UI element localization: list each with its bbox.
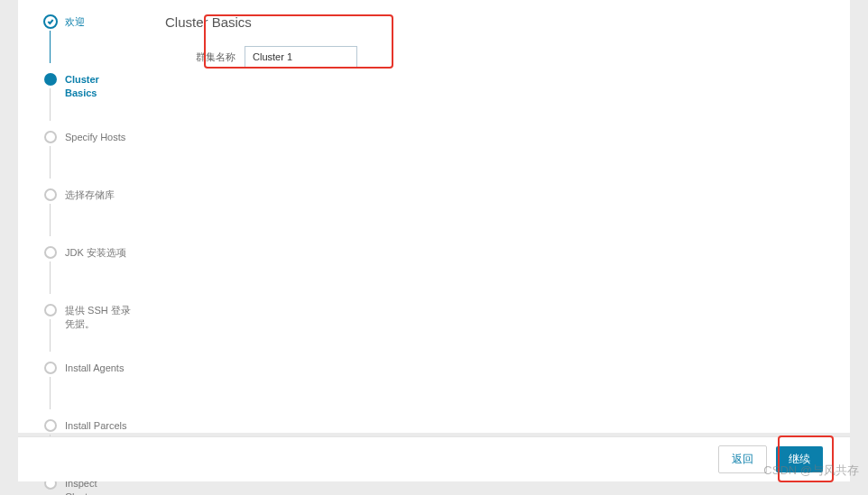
pending-step-icon [43,130,58,144]
pending-step-icon [43,361,58,375]
step-label: Specify Hosts [65,130,125,144]
wizard-sidebar: 欢迎 Cluster Basics Specify Hosts 选择存储库 [18,0,140,433]
check-icon [43,14,58,29]
step-label: Install Agents [65,361,124,375]
step-install-agents[interactable]: Install Agents [18,357,140,397]
pending-step-icon [43,245,58,260]
cluster-name-label: 群集名称 [165,50,235,64]
step-connector [50,146,51,179]
step-label: Cluster Basics [65,72,131,101]
step-connector [50,261,51,294]
active-step-icon [43,72,58,87]
main-content: Cluster Basics 群集名称 [140,0,850,433]
step-ssh-credentials[interactable]: 提供 SSH 登录凭据。 [18,299,140,339]
step-label: JDK 安装选项 [65,245,126,260]
step-label: 选择存储库 [65,188,115,202]
continue-button[interactable]: 继续 [776,446,823,472]
step-select-repository[interactable]: 选择存储库 [18,184,140,224]
step-label: 欢迎 [65,14,85,29]
wizard-footer: 返回 继续 [18,436,850,481]
step-label: Install Parcels [65,418,126,433]
step-connector [50,204,51,236]
step-connector [50,377,51,409]
step-label: 提供 SSH 登录凭据。 [65,303,131,332]
step-connector [50,31,51,63]
step-cluster-basics[interactable]: Cluster Basics [18,69,140,108]
pending-step-icon [43,188,58,202]
pending-step-icon [43,303,58,317]
step-connector [50,319,51,352]
cluster-name-row: 群集名称 [165,46,825,68]
page-title: Cluster Basics [165,14,825,30]
step-welcome[interactable]: 欢迎 [18,11,140,50]
step-specify-hosts[interactable]: Specify Hosts [18,126,140,166]
cluster-name-input[interactable] [245,46,357,68]
pending-step-icon [43,418,58,433]
back-button[interactable]: 返回 [718,445,767,473]
step-jdk-install[interactable]: JDK 安装选项 [18,242,140,281]
step-connector [50,88,51,121]
